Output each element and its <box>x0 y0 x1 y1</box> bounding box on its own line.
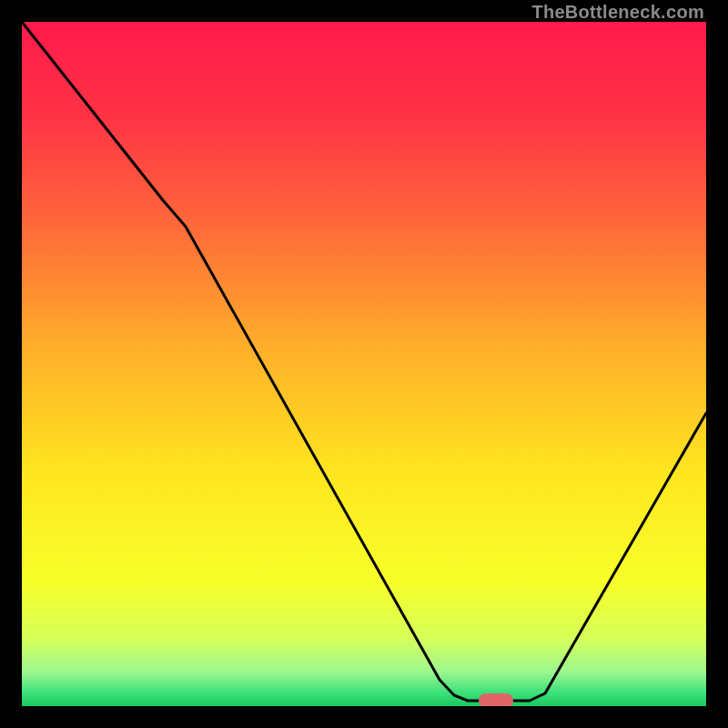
optimal-marker <box>479 693 513 706</box>
watermark-text: TheBottleneck.com <box>531 2 704 23</box>
plot-area <box>22 22 706 706</box>
heat-gradient-background <box>22 22 706 706</box>
chart-frame: TheBottleneck.com <box>0 0 728 728</box>
